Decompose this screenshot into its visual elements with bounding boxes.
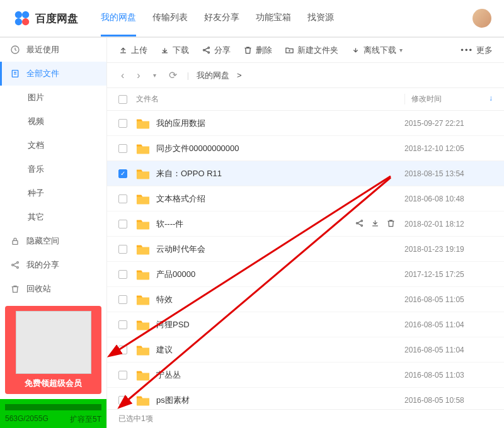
sidebar-item-5[interactable]: 音乐 <box>0 157 106 181</box>
svg-point-3 <box>22 18 29 25</box>
sidebar-item-7[interactable]: 其它 <box>0 205 106 229</box>
sidebar-item-label: 音乐 <box>28 164 44 175</box>
file-row[interactable]: 产品000002017-12-15 17:25 <box>107 262 504 287</box>
tab-0[interactable]: 我的网盘 <box>101 1 136 37</box>
app-logo[interactable]: 百度网盘 <box>13 9 78 28</box>
storage-bar[interactable]: 563G/2055G 扩容至5T <box>0 399 106 428</box>
promo-text: 免费领超级会员 <box>10 378 96 389</box>
file-date: 2016-08-05 10:58 <box>404 396 493 405</box>
file-name: 软----件 <box>156 218 355 230</box>
file-row[interactable]: 来自：OPPO R112018-08-15 13:54 <box>107 161 504 186</box>
share-button[interactable]: 分享 <box>202 45 231 56</box>
row-checkbox[interactable] <box>118 169 127 178</box>
sort-arrow-icon[interactable]: ↓ <box>489 94 493 104</box>
tab-1[interactable]: 传输列表 <box>152 1 188 37</box>
file-date: 2018-06-08 10:48 <box>404 194 493 203</box>
row-checkbox[interactable] <box>118 295 127 304</box>
sidebar-item-label: 其它 <box>28 211 44 223</box>
svg-point-11 <box>208 47 210 49</box>
nav-refresh[interactable]: ⟳ <box>166 69 180 81</box>
breadcrumb-root[interactable]: 我的网盘 <box>197 70 229 81</box>
col-date-header[interactable]: 修改时间 <box>411 94 442 104</box>
sidebar-item-1[interactable]: 全部文件 <box>0 62 106 86</box>
newfolder-button[interactable]: 新建文件夹 <box>285 45 338 56</box>
row-download-icon[interactable] <box>370 218 380 230</box>
file-name: 产品00000 <box>156 269 404 280</box>
more-button[interactable]: ••• 更多 <box>461 45 493 56</box>
file-row[interactable]: 云动时代年会2018-01-23 19:19 <box>107 237 504 262</box>
svg-point-25 <box>357 222 358 224</box>
file-date: 2016-08-05 11:03 <box>404 371 493 380</box>
folder-icon <box>136 193 150 205</box>
logo-icon <box>13 9 32 28</box>
sidebar-item-10[interactable]: 回收站 <box>0 277 106 301</box>
nav-dropdown[interactable]: ▾ <box>151 72 159 79</box>
sidebar-item-9[interactable]: 我的分享 <box>0 253 106 277</box>
row-checkbox[interactable] <box>118 396 127 405</box>
file-row[interactable]: 特效2016-08-05 11:05 <box>107 287 504 312</box>
row-checkbox[interactable] <box>118 245 127 254</box>
chevron-down-icon: ▾ <box>399 47 403 54</box>
file-row[interactable]: 河狸PSD2016-08-05 11:04 <box>107 312 504 337</box>
row-checkbox[interactable] <box>118 320 127 329</box>
select-all-checkbox[interactable] <box>118 95 127 104</box>
file-date: 2016-08-05 11:05 <box>404 295 493 304</box>
storage-used: 563G/2055G <box>5 414 49 425</box>
file-name: 宁丛丛 <box>156 369 404 381</box>
sidebar-item-label: 隐藏空间 <box>26 235 59 247</box>
selection-status: 已选中1项 <box>118 414 153 424</box>
col-name-header[interactable]: 文件名 <box>136 94 404 104</box>
tab-4[interactable]: 找资源 <box>307 1 334 37</box>
sidebar-item-3[interactable]: 视频 <box>0 110 106 133</box>
row-checkbox[interactable] <box>118 270 127 279</box>
sidebar-item-2[interactable]: 图片 <box>0 86 106 110</box>
svg-point-12 <box>208 52 210 54</box>
folder-icon <box>136 344 150 356</box>
storage-progress <box>5 404 101 410</box>
lock-icon <box>10 236 20 246</box>
avatar[interactable] <box>472 9 491 28</box>
file-row[interactable]: 同步文件000000000002018-12-10 12:05 <box>107 136 504 161</box>
sidebar-item-6[interactable]: 种子 <box>0 181 106 205</box>
file-name: ps图素材 <box>156 395 404 406</box>
file-date: 2018-08-15 13:54 <box>404 169 493 178</box>
svg-rect-6 <box>13 240 18 244</box>
file-row[interactable]: 软----件2018-02-01 18:12 <box>107 211 504 237</box>
file-row[interactable]: 我的应用数据2015-09-27 22:21 <box>107 111 504 136</box>
row-checkbox[interactable] <box>118 346 127 354</box>
file-row[interactable]: 宁丛丛2016-08-05 11:03 <box>107 363 504 388</box>
tab-2[interactable]: 好友分享 <box>204 1 239 37</box>
row-checkbox[interactable] <box>118 144 127 153</box>
app-name: 百度网盘 <box>35 11 78 26</box>
row-delete-icon[interactable] <box>386 218 396 230</box>
folder-icon <box>136 244 150 255</box>
file-name: 特效 <box>156 294 404 305</box>
nav-forward[interactable]: › <box>134 70 142 81</box>
upload-button[interactable]: 上传 <box>118 45 147 56</box>
file-date: 2016-08-05 11:04 <box>404 346 493 354</box>
nav-back[interactable]: ‹ <box>118 70 127 81</box>
promo-card[interactable]: 免费领超级会员 <box>5 306 101 394</box>
tab-3[interactable]: 功能宝箱 <box>256 1 291 37</box>
offline-button[interactable]: 离线下载 ▾ <box>351 45 403 56</box>
file-row[interactable]: 文本格式介绍2018-06-08 10:48 <box>107 186 504 211</box>
row-checkbox[interactable] <box>118 194 127 203</box>
sidebar-item-0[interactable]: 最近使用 <box>0 38 106 62</box>
file-date: 2015-09-27 22:21 <box>404 119 493 128</box>
sidebar-item-8[interactable]: 隐藏空间 <box>0 229 106 253</box>
file-name: 河狸PSD <box>156 319 404 330</box>
sidebar-item-4[interactable]: 文档 <box>0 133 106 157</box>
file-row[interactable]: 建议2016-08-05 11:04 <box>107 337 504 363</box>
download-button[interactable]: 下载 <box>160 45 189 56</box>
storage-expand[interactable]: 扩容至5T <box>70 414 101 425</box>
row-checkbox[interactable] <box>118 119 127 128</box>
svg-point-1 <box>22 11 29 18</box>
row-checkbox[interactable] <box>118 220 127 228</box>
sidebar-item-label: 视频 <box>28 116 44 127</box>
svg-point-0 <box>15 11 22 18</box>
file-row[interactable]: ps图素材2016-08-05 10:58 <box>107 388 504 409</box>
row-share-icon[interactable] <box>355 218 364 230</box>
sidebar-item-label: 全部文件 <box>26 68 59 79</box>
row-checkbox[interactable] <box>118 371 127 380</box>
delete-button[interactable]: 删除 <box>243 45 272 56</box>
